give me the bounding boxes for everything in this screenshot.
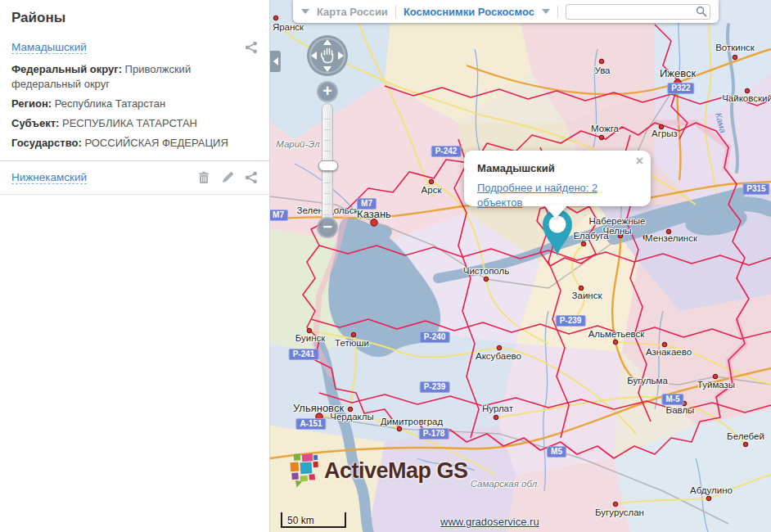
search-input[interactable] [566,4,710,20]
share-icon[interactable] [245,171,258,184]
zoom-out-button[interactable]: − [317,217,338,238]
active-layer-switch[interactable]: Космоснимки Роскосмос [404,6,534,18]
search-box [566,4,710,20]
pan-control[interactable] [306,34,349,77]
pencil-icon[interactable] [221,171,234,184]
popup-title: Мамадышский [477,162,638,174]
zoom-slider-handle[interactable] [318,160,338,171]
detail-row: Федеральный округ: Приволжский федеральн… [11,62,258,92]
chevron-down-icon[interactable] [542,9,550,14]
district-details: Федеральный округ: Приволжский федеральн… [11,62,258,151]
district-link-nizhnekamsky[interactable]: Нижнекамский [11,171,87,184]
share-icon[interactable] [245,41,258,54]
map-pane[interactable]: ЯранскВоткинскУваИжевскЧайковскийМожгаАг… [270,0,771,532]
search-icon[interactable] [696,6,707,17]
district-item-mamadyshsky: Мамадышский [11,41,258,54]
activemap-logo: ActiveMap GS [288,453,468,489]
base-layer-switch[interactable]: Карта России [317,6,388,18]
close-icon[interactable]: × [636,154,643,169]
popup-tail [543,205,568,219]
attribution-link[interactable]: www.gradoservice.ru [440,516,539,528]
zoom-in-button[interactable]: + [317,81,338,102]
detail-row: Регион: Республика Татарстан [11,97,258,111]
page-title: Районы [11,10,258,26]
layers-toolbar: Карта России Космоснимки Роскосмос [293,0,719,23]
district-link-mamadyshsky[interactable]: Мамадышский [11,41,87,54]
chevron-down-icon[interactable] [301,9,309,14]
scale-label: 50 km [282,515,314,526]
district-item-nizhnekamsky: Нижнекамский [11,171,258,184]
map-popup: × Мамадышский Подробнее и найдено: 2 объ… [464,151,651,206]
divider [395,6,396,18]
detail-row: Государство: РОССИЙСКАЯ ФЕДЕРАЦИЯ [11,136,258,151]
detail-row: Субъект: РЕСПУБЛИКА ТАТАРСТАН [11,116,258,131]
divider [0,194,269,195]
sidebar-collapse-button[interactable] [270,51,281,72]
logo-mosaic-icon [288,453,321,489]
scale-bar: 50 km [281,512,346,528]
logo-text: ActiveMap GS [324,458,468,484]
zoom-slider[interactable] [322,103,333,234]
activemap-app: Районы Мамадышский Федеральный округ: Пр… [0,0,771,532]
trash-icon[interactable] [197,171,210,184]
divider [557,6,558,18]
divider [0,160,269,161]
popup-details-link[interactable]: Подробнее и найдено: 2 объектов [477,182,597,209]
districts-sidebar: Районы Мамадышский Федеральный округ: Пр… [0,0,270,532]
